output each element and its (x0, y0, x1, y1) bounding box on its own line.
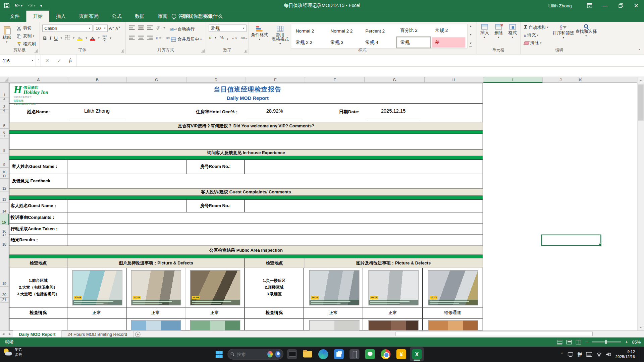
show-desktop-strip[interactable] (640, 347, 642, 362)
row-header[interactable]: 14 (0, 202, 9, 214)
sheet-tab[interactable]: Daily MOD Report (13, 330, 62, 338)
horizontal-scroll-thumb[interactable] (395, 331, 593, 336)
guest-name-label-cell[interactable]: 客人姓名Guest Name： (9, 160, 67, 174)
partial-photo[interactable] (131, 320, 181, 330)
align-left-icon[interactable] (129, 36, 135, 40)
taskbar-app-explorer[interactable] (301, 347, 315, 361)
number-dialog-launcher[interactable] (244, 49, 247, 53)
areas-left-cell[interactable]: 1.前台区域2.大堂（包括卫生间）3.大堂吧（包括备餐间） (9, 268, 67, 307)
increase-indent-icon[interactable]: ⇥≡ (165, 36, 170, 40)
status-cell[interactable]: 正常 (304, 307, 363, 318)
date-label-cell[interactable]: 日期Date: (304, 109, 363, 115)
conditional-formatting-button[interactable]: 条件格式▾ (250, 24, 269, 49)
scroll-up-icon[interactable]: ▲ (637, 77, 644, 83)
cell-style-option[interactable]: 百分比 2 (396, 24, 431, 36)
touch-keyboard-icon[interactable] (586, 352, 592, 356)
inspection-photo-lobby-1[interactable]: 15:49 (72, 270, 122, 305)
row-header[interactable]: 12 (0, 179, 9, 191)
font-size-select[interactable]: 10▾ (94, 24, 108, 32)
room-no-label-cell[interactable]: 房号Room No.: (186, 160, 245, 174)
taskbar-app-edge[interactable] (316, 347, 330, 361)
row-header[interactable]: 1 (0, 83, 9, 98)
gallery-up-icon[interactable]: ▲ (469, 24, 472, 27)
column-header[interactable]: F (305, 77, 365, 83)
taskbar-app-phone[interactable] (347, 347, 362, 361)
column-header[interactable]: A (9, 77, 68, 83)
formula-bar-splitter[interactable]: ⋮ (36, 55, 41, 66)
pictures-header-left[interactable]: 图片及待改进事项：Picture & Defects (67, 258, 245, 268)
font-dialog-launcher[interactable] (121, 49, 124, 53)
network-icon[interactable] (597, 352, 602, 356)
status-cell[interactable]: 维修通道 (423, 307, 483, 318)
ribbon-display-options-icon[interactable] (582, 0, 597, 11)
ribbon-tab[interactable]: 数据 (128, 11, 151, 22)
ribbon-tab[interactable]: 公式 (105, 11, 128, 22)
partial-photo[interactable] (190, 320, 240, 330)
partial-photo[interactable] (368, 320, 418, 330)
close-button[interactable]: ✕ (628, 0, 644, 11)
section-public-area[interactable]: 公区检查结果 Public Area Inspection (9, 246, 483, 255)
row-header[interactable]: 6 (0, 129, 9, 135)
active-cell-J16[interactable] (541, 235, 601, 246)
vip-comments-cell[interactable] (9, 134, 483, 149)
ribbon-tab[interactable]: 开始 (26, 11, 49, 22)
italic-button[interactable]: I (50, 35, 51, 41)
delete-cells-button[interactable]: 删除▾ (492, 22, 505, 48)
cell-style-option[interactable]: Normal 2 2 (327, 24, 362, 36)
format-painter-button[interactable]: 格式刷 (16, 40, 36, 48)
signed-in-user[interactable]: Lilith Zhong (548, 3, 572, 8)
format-cells-button[interactable]: 格式▾ (506, 22, 519, 48)
inspection-photo-back-area[interactable]: 16:22 (309, 270, 359, 305)
results-label-cell[interactable]: 结果Results： (9, 235, 67, 246)
column-header[interactable]: B (68, 77, 127, 83)
row-header[interactable]: 11 (0, 175, 9, 179)
align-top-icon[interactable] (129, 25, 135, 30)
results-input-cell[interactable] (67, 235, 483, 246)
section-inhouse[interactable]: 询问客人反馈意见 In-house Experience (9, 149, 483, 156)
guest-name-input-cell-2[interactable] (67, 200, 186, 212)
cell-style-option[interactable]: 常规 2 (431, 24, 466, 36)
partial-photo[interactable] (309, 320, 359, 330)
ribbon-tab[interactable]: 页面布局 (72, 11, 105, 22)
column-header[interactable]: E (246, 77, 305, 83)
align-center-icon[interactable] (138, 36, 144, 40)
formula-input[interactable] (76, 55, 644, 66)
feedback-input-cell[interactable] (67, 174, 483, 188)
check-location-header-2[interactable]: 检查地点 (245, 258, 305, 268)
merge-center-button[interactable]: 合并后居中▾ (171, 36, 202, 43)
paste-button[interactable]: 粘贴▾ (2, 24, 11, 50)
room-no-input-cell-2[interactable] (245, 200, 483, 212)
taskbar-app-chrome[interactable] (379, 347, 393, 361)
decrease-indent-icon[interactable]: ⇤≡ (156, 36, 161, 40)
search-avatar-icon[interactable] (275, 351, 280, 358)
align-bottom-icon[interactable] (147, 25, 153, 30)
complaints-label-cell[interactable]: 投诉事由Complaints： (9, 213, 67, 223)
inspection-photo-lobby-bar[interactable]: 16:09 (190, 270, 240, 305)
cancel-entry-icon[interactable]: ✕ (45, 58, 49, 63)
occupancy-label-cell[interactable]: 住房率Hotel Occ%： (126, 109, 245, 115)
report-title[interactable]: 当日值班经理检查报告 Daily MOD Report (133, 85, 363, 101)
align-middle-icon[interactable] (138, 25, 144, 30)
wrap-text-button[interactable]: ab↩ 自动换行 (171, 25, 195, 33)
search-input[interactable] (237, 352, 265, 357)
row-header[interactable]: 7 (0, 135, 9, 139)
scroll-down-icon[interactable]: ▼ (637, 324, 644, 330)
section-complaints[interactable]: 客人投诉/建议 Guest Complaints/ Comments (9, 189, 483, 196)
row-header[interactable]: 13 (0, 191, 9, 202)
font-name-select[interactable]: Calibri▾ (42, 24, 92, 32)
status-cell[interactable]: 正常 (126, 307, 185, 318)
column-header[interactable]: H (425, 77, 483, 83)
check-status-label[interactable]: 检查情况 (9, 307, 67, 318)
name-box[interactable]: J16▾ (0, 55, 36, 66)
ribbon-tab[interactable]: 文件 (3, 11, 26, 22)
zoom-in-icon[interactable]: + (625, 339, 628, 345)
row-header[interactable]: 8 (0, 139, 9, 154)
guest-name-label-cell-2[interactable]: 客人姓名Guest Name： (9, 200, 67, 212)
search-highlights-icon[interactable] (267, 351, 273, 358)
feedback-label-cell[interactable]: 反馈意见 Feedback (9, 174, 67, 188)
cell-style-option[interactable]: Normal 2 (292, 24, 327, 36)
complaints-input-cell[interactable] (67, 213, 483, 223)
cut-button[interactable]: 剪切 (16, 24, 36, 32)
collapse-ribbon-icon[interactable]: ⌃ (638, 49, 641, 53)
action-input-cell[interactable] (67, 224, 483, 235)
